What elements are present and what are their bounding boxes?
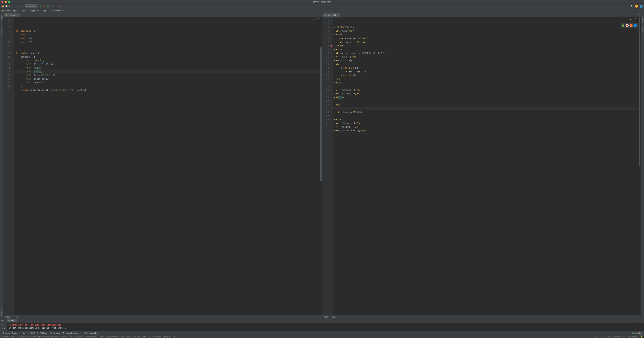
indent-info[interactable]: 4 spaces bbox=[613, 336, 620, 338]
stop-icon[interactable]: ■ bbox=[58, 5, 60, 8]
line-separator[interactable]: LF bbox=[600, 336, 603, 338]
tool-tab-sciview[interactable]: SciView bbox=[642, 25, 644, 33]
breadcrumb-item[interactable]: index.html bbox=[54, 10, 63, 12]
run-label: Run: bbox=[1, 320, 6, 322]
line-number-gutter: 1516171819202122232425262731373839404142 bbox=[3, 18, 11, 315]
tool-python-console[interactable]: ⌁Python Console bbox=[82, 332, 97, 334]
tool-event-log[interactable]: Event Log bbox=[634, 332, 642, 334]
more-icon[interactable]: » bbox=[4, 327, 5, 330]
run-toolbar: ↻ ↑ » » bbox=[0, 323, 8, 331]
play-icon: ▶ bbox=[20, 332, 21, 334]
account-icon[interactable] bbox=[640, 5, 643, 8]
html-file-icon: ◆ bbox=[324, 14, 326, 16]
rerun-icon[interactable]: ↻ bbox=[2, 324, 4, 326]
profile-icon[interactable]: ◔ bbox=[50, 5, 53, 8]
editor-tab-views[interactable]: ⬤ views.py × bbox=[4, 13, 20, 17]
tool-tab-database[interactable]: Database bbox=[642, 14, 644, 23]
tab-menu-icon[interactable]: ⋮ bbox=[319, 14, 321, 16]
status-message[interactable]: Download pre-built shared indexes: Reduc… bbox=[3, 336, 176, 338]
python-interpreter[interactable]: Python 3.9 (day04) bbox=[622, 336, 638, 338]
scroll-up-icon[interactable]: ↑ bbox=[4, 324, 6, 326]
breadcrumb-item[interactable]: app01 bbox=[42, 10, 48, 12]
run-tool-window: Run: dj day04 ⚙ — ↻ ↑ » » bbox=[0, 318, 644, 331]
terminal-icon: ⌨ bbox=[50, 332, 52, 334]
gutter-marks bbox=[330, 18, 333, 315]
prev-highlight-icon[interactable]: ˄ bbox=[634, 18, 636, 20]
status-ok-icon bbox=[632, 332, 633, 334]
search-icon[interactable]: 🔍 bbox=[630, 5, 633, 8]
caret-position[interactable]: 37:1 bbox=[595, 336, 598, 338]
prev-highlight-icon[interactable]: ˄ bbox=[316, 18, 318, 20]
chrome-icon[interactable]: 🔴 bbox=[626, 24, 629, 27]
todo-icon: ≡ bbox=[28, 332, 28, 334]
tool-todo[interactable]: ≡TODO bbox=[28, 332, 35, 334]
tool-python-packages[interactable]: ⬢Python Packages bbox=[62, 332, 79, 334]
breadcrumb-item[interactable]: day04 bbox=[4, 10, 10, 12]
warning-icon[interactable]: ▲ bbox=[311, 18, 313, 20]
warning-icon[interactable]: ▲ bbox=[630, 18, 632, 20]
gear-icon[interactable]: ⚙ bbox=[636, 320, 637, 322]
window-minimize-icon[interactable] bbox=[5, 1, 7, 3]
run-coverage-icon[interactable]: ▶ bbox=[47, 5, 50, 8]
breadcrumb-item[interactable]: templates bbox=[30, 10, 38, 12]
code-editor-left[interactable]: 1516171819202122232425262731373839404142… bbox=[3, 18, 322, 315]
run-configuration-selector[interactable]: dj day04 ▾ bbox=[25, 4, 38, 8]
console-icon: ⌁ bbox=[82, 332, 83, 334]
crumb-item[interactable]: index() bbox=[5, 316, 11, 318]
run-output[interactable]: Watching for file changes with StatReloa… bbox=[8, 323, 644, 331]
open-in-browser-panel: 🟩 🔴 bbox=[620, 23, 638, 28]
attach-icon[interactable]: ⋯ bbox=[54, 5, 57, 8]
ide-updates-icon[interactable] bbox=[635, 5, 638, 8]
window-close-icon[interactable] bbox=[1, 1, 3, 3]
sync-icon[interactable]: ⟳ bbox=[9, 5, 12, 8]
next-highlight-icon[interactable]: ˅ bbox=[318, 18, 319, 20]
main-toolbar: 📂 💾 ⟳ ← → dj day04 ▾ ↻ 🐞 ▶ ◔ ⋯ ■ 🔍 bbox=[0, 4, 644, 9]
right-tool-gutter: Database SciView bbox=[641, 13, 644, 318]
run-tab-label: day04 bbox=[10, 320, 16, 322]
tool-run[interactable]: ▶Run bbox=[20, 332, 25, 334]
firefox-icon[interactable] bbox=[630, 24, 633, 27]
run-tab[interactable]: dj day04 bbox=[7, 319, 17, 322]
file-encoding[interactable]: UTF-8 bbox=[605, 336, 610, 338]
django-icon: dj bbox=[26, 5, 28, 8]
code-editor-right[interactable]: 1234567891011121314151617181920252627283… bbox=[322, 18, 641, 315]
tool-tab-bookmarks[interactable]: Bookmarks bbox=[0, 307, 3, 318]
tool-tab-project[interactable]: Project bbox=[1, 14, 3, 21]
lock-icon[interactable]: 🔒 bbox=[640, 335, 643, 338]
save-all-icon[interactable]: 💾 bbox=[5, 5, 8, 8]
debug-icon[interactable]: 🐞 bbox=[43, 5, 46, 8]
editor-tab-index-html[interactable]: ◆ index.html × bbox=[323, 13, 340, 17]
status-tips-icon[interactable]: ▫ bbox=[1, 336, 2, 338]
open-folder-icon[interactable]: 📂 bbox=[1, 5, 4, 8]
structure-collapse-icon[interactable]: … bbox=[1, 23, 2, 25]
minimize-icon[interactable]: — bbox=[639, 320, 641, 322]
next-highlight-icon[interactable]: ˅ bbox=[636, 18, 638, 20]
warning-count: 1 bbox=[314, 18, 315, 20]
window-zoom-icon[interactable] bbox=[8, 1, 10, 3]
tool-version-control[interactable]: ⎇Version Control bbox=[2, 332, 17, 334]
html-file-icon: ◆ bbox=[51, 10, 53, 12]
nav-forward-icon[interactable]: → bbox=[18, 5, 21, 8]
bottom-tool-strip: ⎇Version Control ▶Run ≡TODO ⊘Problems ⌨T… bbox=[0, 331, 644, 335]
close-icon[interactable]: × bbox=[337, 14, 338, 16]
editor-structure-breadcrumb: index() 〉 "n7" bbox=[3, 315, 322, 318]
rerun-icon[interactable]: ↻ bbox=[40, 5, 42, 8]
safari-icon[interactable] bbox=[634, 24, 637, 27]
tool-tab-structure[interactable]: Structure bbox=[1, 27, 3, 36]
tool-terminal[interactable]: ⌨Terminal bbox=[50, 332, 60, 334]
nav-back-icon[interactable]: ← bbox=[15, 5, 18, 8]
crumb-item[interactable]: html bbox=[324, 316, 328, 318]
breadcrumb-item[interactable]: apps bbox=[13, 10, 18, 12]
editor-structure-breadcrumb: html 〉 body bbox=[322, 315, 641, 318]
warning-count: 1 bbox=[632, 18, 634, 20]
tab-menu-icon[interactable]: ⋮ bbox=[638, 14, 640, 16]
more-icon[interactable]: » bbox=[2, 327, 3, 330]
branch-icon: ⎇ bbox=[2, 332, 4, 334]
crumb-item[interactable]: "n7" bbox=[16, 316, 19, 318]
crumb-item[interactable]: body bbox=[332, 316, 336, 318]
tool-problems[interactable]: ⊘Problems bbox=[37, 332, 47, 334]
breadcrumb-item[interactable]: app01 bbox=[21, 10, 26, 12]
jetbrains-browser-icon[interactable]: 🟩 bbox=[622, 24, 625, 27]
navigation-breadcrumb: ▣ day04〉 apps〉 app01〉 templates〉 app01〉 … bbox=[0, 9, 644, 13]
close-icon[interactable]: × bbox=[18, 14, 19, 16]
